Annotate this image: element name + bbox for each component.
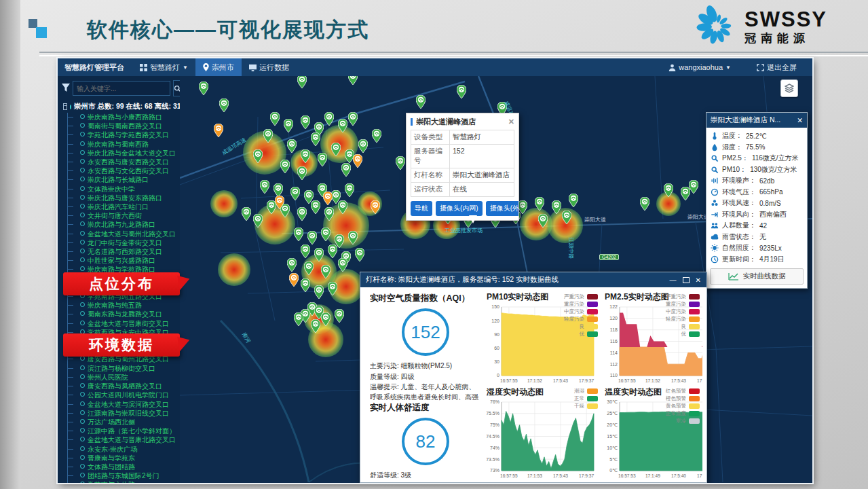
sidebar-item[interactable]: 崇庆北路与长城路口 — [68, 175, 180, 184]
map-pin[interactable] — [331, 143, 341, 156]
map-pin[interactable] — [358, 139, 368, 153]
map-pin[interactable] — [253, 149, 263, 163]
map-pin[interactable] — [301, 149, 310, 163]
map-pin[interactable] — [301, 278, 310, 292]
tree-root[interactable]: − 崇州市 总数: 99 在线: 68 离线: 31 — [58, 101, 180, 113]
sidebar-item[interactable]: 崇庆南路与小康西路路口 — [68, 113, 180, 122]
map-pin[interactable] — [294, 312, 303, 326]
sidebar-item[interactable]: 金盆地大道与滨河路交叉口 — [68, 400, 180, 409]
map-pin[interactable] — [311, 200, 320, 214]
sidebar-item[interactable]: 晋康南与学苑东 — [68, 454, 180, 463]
sidebar-item[interactable]: 文体路与团结路 — [68, 463, 180, 471]
map-pin[interactable] — [280, 160, 290, 173]
map-pin[interactable] — [242, 207, 251, 221]
restore-icon[interactable] — [683, 277, 690, 283]
realtime-curve-button[interactable]: 实时曲线数据 — [710, 268, 804, 285]
camera-external-button[interactable]: 摄像头(外网) — [486, 201, 518, 216]
sidebar-item[interactable]: 学苑北路与学苑西路交叉口 — [68, 130, 180, 139]
map-pin[interactable] — [219, 98, 229, 112]
sidebar-item[interactable]: 崇庆北路与九龙路路口 — [68, 220, 180, 229]
map-pin[interactable] — [569, 194, 578, 207]
map-pin[interactable] — [321, 265, 331, 278]
map-pin[interactable] — [348, 231, 358, 244]
camera-internal-button[interactable]: 摄像头(内网) — [436, 201, 483, 216]
sidebar-item[interactable]: 崇州人民医院 — [68, 373, 180, 382]
map-pin[interactable] — [311, 319, 320, 333]
map-pin[interactable] — [338, 200, 347, 214]
map-pin[interactable] — [664, 183, 673, 197]
map-pin[interactable] — [301, 244, 310, 258]
sidebar-item[interactable]: 唐安西路与凤栖路交叉口 — [68, 382, 180, 391]
sidebar-item[interactable]: 金盆地大道与晋康北路交叉口 — [68, 435, 180, 444]
sidebar-item[interactable]: 崇庆南路与蜀南西路 — [68, 140, 180, 149]
map-pin[interactable] — [304, 261, 314, 275]
sidebar-item[interactable]: 万达广场西北侧 — [68, 418, 180, 427]
map-pin[interactable] — [355, 248, 364, 261]
map-pin[interactable] — [345, 183, 354, 197]
close-icon[interactable]: ✕ — [508, 117, 514, 126]
map-pin[interactable] — [323, 192, 333, 205]
sidebar-item[interactable]: 龙门中街与金带街交叉口 — [68, 238, 180, 247]
map-pin[interactable] — [324, 112, 334, 126]
exit-fullscreen-button[interactable]: 退出全屏 — [749, 58, 804, 76]
sidebar-item[interactable]: 崇庆北路与金盆地大道交叉口 — [68, 149, 180, 158]
map-pin[interactable] — [371, 200, 380, 214]
nav-item-smart-lamp[interactable]: 智慧路灯 ▼ — [132, 58, 195, 76]
map-pin[interactable] — [199, 82, 208, 95]
map-pin[interactable] — [372, 129, 381, 143]
map-pin[interactable] — [263, 129, 273, 143]
map-pin[interactable] — [314, 248, 324, 261]
map-pin[interactable] — [275, 196, 284, 209]
map-pin[interactable] — [338, 119, 347, 132]
map-pin[interactable] — [318, 153, 327, 166]
tree-expander-icon[interactable]: − — [63, 103, 67, 110]
sidebar-item[interactable]: 蜀南东路与龙腾路交叉口 — [68, 310, 180, 319]
close-icon[interactable]: ✕ — [797, 116, 803, 124]
map-pin[interactable] — [297, 166, 307, 180]
user-menu[interactable]: wangxiaohua ▼ — [661, 58, 738, 76]
sidebar-item[interactable]: 江源南路与崇双旧线交叉口 — [68, 409, 180, 418]
map-pin[interactable] — [290, 187, 300, 200]
map-pin[interactable] — [289, 273, 299, 287]
map-pin[interactable] — [689, 180, 698, 194]
sidebar-item[interactable]: 金盆地大道与晋康街交叉口 — [68, 319, 180, 328]
map-pin[interactable] — [328, 282, 337, 295]
navigate-button[interactable]: 导航 — [411, 201, 432, 216]
map-pin[interactable] — [562, 211, 571, 224]
map-pin[interactable] — [341, 163, 351, 177]
sidebar-item[interactable]: 团结路与东城国际2号门 — [68, 471, 180, 480]
sidebar-item[interactable]: 无名道路与西郊路交叉口 — [68, 247, 180, 256]
map-pin[interactable] — [287, 258, 297, 272]
map-pin[interactable] — [253, 214, 263, 228]
map-pin[interactable] — [260, 180, 269, 194]
sidebar-item[interactable]: 滨江路与杨柳街交叉口 — [68, 364, 180, 373]
nav-item-running-data[interactable]: 运行数据 — [242, 58, 297, 76]
map-pin[interactable] — [284, 119, 293, 132]
map-pin[interactable] — [321, 228, 331, 241]
sidebar-item[interactable]: 文井街与唐六西街 — [68, 211, 180, 220]
map-pin[interactable] — [307, 231, 317, 244]
map-pin[interactable] — [287, 139, 297, 153]
map-pin[interactable] — [338, 258, 347, 272]
map-pin[interactable] — [294, 228, 303, 241]
map-pin[interactable] — [301, 115, 310, 129]
minimize-icon[interactable]: — — [670, 276, 677, 284]
map-pin[interactable] — [416, 95, 426, 109]
map-pin[interactable] — [297, 207, 307, 221]
sidebar-item[interactable]: 崇庆北路与唐安东路路口 — [68, 194, 180, 202]
map-pin[interactable] — [457, 85, 466, 98]
map-pin[interactable] — [321, 312, 331, 326]
sidebar-item[interactable]: 崇庆北路汽车站门口 — [68, 202, 180, 211]
map-pin[interactable] — [297, 76, 307, 88]
sidebar-item[interactable]: 文体路崇庆中学 — [68, 185, 180, 194]
sidebar-item[interactable]: 永安西路与文化西街交叉口 — [68, 166, 180, 175]
map-pin[interactable] — [270, 112, 280, 126]
sidebar-item[interactable]: 江源中路（第七小学斜对面） — [68, 427, 180, 435]
map-pin[interactable] — [314, 285, 324, 299]
sidebar-item[interactable]: 中胜世家与兴盛路路口 — [68, 256, 180, 265]
map-layers-button[interactable] — [780, 79, 798, 97]
map-pin[interactable] — [552, 200, 561, 214]
map-pin[interactable] — [640, 197, 649, 211]
map-pin[interactable] — [538, 214, 548, 228]
sidebar-item[interactable]: 学苑南与文体路 — [68, 480, 180, 483]
